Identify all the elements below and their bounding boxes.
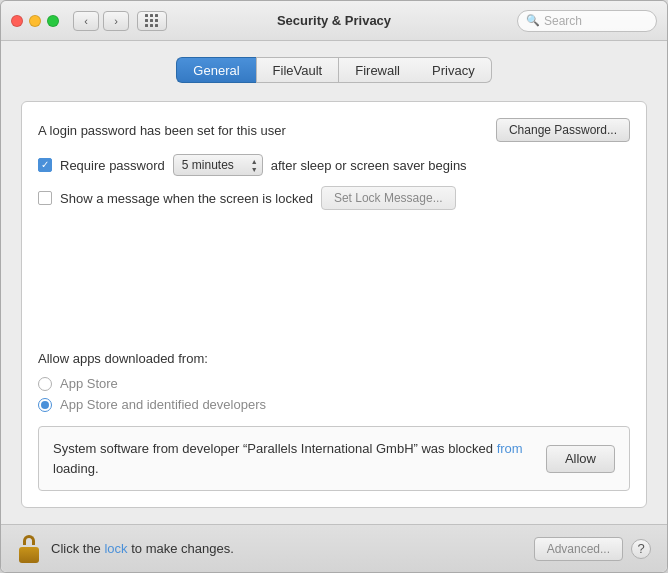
arrow-down-icon: ▼ xyxy=(251,166,258,173)
login-password-label: A login password has been set for this u… xyxy=(38,123,286,138)
minimize-button[interactable] xyxy=(29,15,41,27)
lock-text-1: Click the xyxy=(51,541,104,556)
search-box[interactable]: 🔍 Search xyxy=(517,10,657,32)
require-password-row: ✓ Require password 5 minutes ▲ ▼ after s… xyxy=(38,154,630,176)
require-password-dropdown[interactable]: 5 minutes ▲ ▼ xyxy=(173,154,263,176)
require-password-suffix: after sleep or screen saver begins xyxy=(271,158,467,173)
forward-button[interactable]: › xyxy=(103,11,129,31)
search-placeholder: Search xyxy=(544,14,582,28)
lock-text: Click the lock to make changes. xyxy=(51,541,234,556)
close-button[interactable] xyxy=(11,15,23,27)
change-password-button[interactable]: Change Password... xyxy=(496,118,630,142)
radio-app-store-identified-row: App Store and identified developers xyxy=(38,397,630,412)
lock-body xyxy=(19,547,39,563)
tab-firewall[interactable]: Firewall xyxy=(338,57,416,83)
require-password-label: Require password xyxy=(60,158,165,173)
allow-apps-label: Allow apps downloaded from: xyxy=(38,351,630,366)
window: ‹ › Security & Privacy 🔍 Search General … xyxy=(0,0,668,573)
grid-view-button[interactable] xyxy=(137,11,167,31)
general-panel: A login password has been set for this u… xyxy=(21,101,647,508)
show-message-checkbox[interactable] xyxy=(38,191,52,205)
notification-text: System software from developer “Parallel… xyxy=(53,439,534,478)
allow-button[interactable]: Allow xyxy=(546,445,615,473)
login-password-row: A login password has been set for this u… xyxy=(38,118,630,142)
radio-app-store-identified-label: App Store and identified developers xyxy=(60,397,266,412)
radio-inner-dot xyxy=(41,401,49,409)
tab-general[interactable]: General xyxy=(176,57,255,83)
lock-link[interactable]: lock xyxy=(104,541,127,556)
content-area: General FileVault Firewall Privacy A log… xyxy=(1,41,667,524)
notification-box: System software from developer “Parallel… xyxy=(38,426,630,491)
lock-text-2: to make changes. xyxy=(128,541,234,556)
bottom-bar: Click the lock to make changes. Advanced… xyxy=(1,524,667,572)
titlebar: ‹ › Security & Privacy 🔍 Search xyxy=(1,1,667,41)
set-lock-message-button[interactable]: Set Lock Message... xyxy=(321,186,456,210)
nav-buttons: ‹ › xyxy=(73,11,129,31)
show-message-label: Show a message when the screen is locked xyxy=(60,191,313,206)
tabs: General FileVault Firewall Privacy xyxy=(21,57,647,83)
checkmark-icon: ✓ xyxy=(41,160,49,170)
spacer xyxy=(38,230,630,351)
bottom-right: Advanced... ? xyxy=(534,537,651,561)
traffic-lights xyxy=(11,15,59,27)
window-title: Security & Privacy xyxy=(277,13,391,28)
grid-icon xyxy=(145,14,159,28)
dropdown-arrows: ▲ ▼ xyxy=(251,158,258,173)
require-password-checkbox[interactable]: ✓ xyxy=(38,158,52,172)
show-message-row: Show a message when the screen is locked… xyxy=(38,186,630,210)
radio-app-store-identified[interactable] xyxy=(38,398,52,412)
notification-text-1: System software from developer “Parallel… xyxy=(53,441,497,456)
advanced-button[interactable]: Advanced... xyxy=(534,537,623,561)
notification-text-2: loading. xyxy=(53,461,99,476)
arrow-up-icon: ▲ xyxy=(251,158,258,165)
radio-app-store[interactable] xyxy=(38,377,52,391)
maximize-button[interactable] xyxy=(47,15,59,27)
search-icon: 🔍 xyxy=(526,14,540,27)
lock-icon xyxy=(17,535,41,563)
allow-apps-section: Allow apps downloaded from: App Store Ap… xyxy=(38,351,630,491)
notification-from: from xyxy=(497,441,523,456)
help-button[interactable]: ? xyxy=(631,539,651,559)
tab-filevault[interactable]: FileVault xyxy=(256,57,339,83)
lock-shackle xyxy=(23,535,35,545)
radio-app-store-label: App Store xyxy=(60,376,118,391)
radio-app-store-row: App Store xyxy=(38,376,630,391)
tab-privacy[interactable]: Privacy xyxy=(416,57,492,83)
back-button[interactable]: ‹ xyxy=(73,11,99,31)
